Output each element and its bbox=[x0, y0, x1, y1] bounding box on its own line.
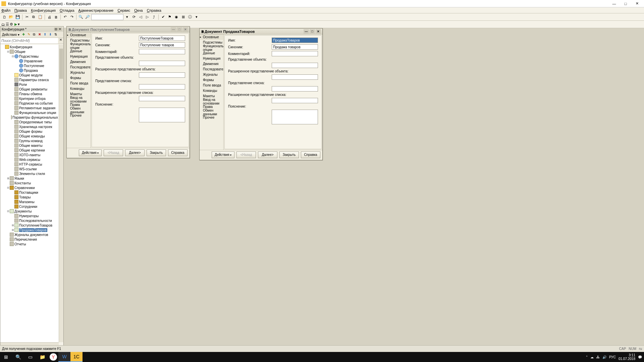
tree-node[interactable]: Нумераторы bbox=[0, 214, 59, 218]
tree-node[interactable]: Параметры функциональных опц bbox=[0, 115, 59, 120]
nav-item[interactable]: Формы bbox=[67, 75, 91, 81]
tree-node[interactable]: Группы команд bbox=[0, 138, 59, 143]
inner-maximize-icon[interactable]: □ bbox=[310, 29, 315, 34]
tree-close-icon[interactable]: ✕ bbox=[58, 27, 62, 31]
tree-node[interactable]: Элементы стиля bbox=[0, 171, 59, 176]
nav-item[interactable]: Ввод на основании bbox=[200, 99, 223, 104]
obj-repr-input[interactable] bbox=[139, 61, 185, 66]
tray-network-icon[interactable]: 🖧 bbox=[596, 355, 600, 359]
tree-node[interactable]: ⊟Документы bbox=[0, 209, 59, 214]
tree-node[interactable]: ⊟Общие bbox=[0, 49, 59, 54]
down-icon[interactable]: ⬇ bbox=[48, 33, 53, 37]
tree-node[interactable]: Регламентные задания bbox=[0, 106, 59, 110]
tree-node[interactable]: Общие реквизиты bbox=[0, 87, 59, 92]
obj-repr-input[interactable] bbox=[272, 63, 318, 68]
synonym-input[interactable] bbox=[272, 44, 318, 50]
next-button[interactable]: Далее> bbox=[258, 152, 277, 158]
tree-node[interactable]: Поступление bbox=[0, 63, 59, 68]
ext-list-repr-input[interactable] bbox=[139, 96, 185, 101]
add-icon[interactable]: ✚ bbox=[21, 33, 26, 37]
copy-icon[interactable]: ⧉ bbox=[31, 14, 37, 20]
sort-icon[interactable]: ⇅ bbox=[53, 33, 58, 37]
redo-icon[interactable]: ↷ bbox=[69, 14, 75, 20]
tree-node[interactable]: Сотрудники bbox=[0, 204, 59, 209]
tree-node[interactable]: Хранилища настроек bbox=[0, 124, 59, 129]
tray-notifications-icon[interactable]: 💬 bbox=[638, 355, 642, 359]
inner-close-icon[interactable]: ✕ bbox=[316, 29, 321, 34]
tray-chevron-icon[interactable]: ˄ bbox=[586, 355, 588, 359]
tree-node[interactable]: HTTP-сервисы bbox=[0, 162, 59, 167]
actions-button[interactable]: Действия bbox=[212, 152, 234, 158]
nav-item[interactable]: Формы bbox=[200, 77, 223, 83]
nav-item[interactable]: Обмен данными bbox=[67, 108, 91, 113]
save-icon[interactable]: 💾 bbox=[15, 14, 21, 20]
new-icon[interactable]: 🗋 bbox=[1, 14, 7, 20]
cut-icon[interactable]: ✂ bbox=[24, 14, 30, 20]
undo-icon[interactable]: ↶ bbox=[62, 14, 68, 20]
explain-input[interactable] bbox=[139, 108, 185, 122]
tree-node[interactable]: ⊟Подсистемы bbox=[0, 54, 59, 59]
zoom-icon[interactable]: 🔎 bbox=[85, 14, 91, 20]
tree-node[interactable]: Журналы документов bbox=[0, 232, 59, 237]
tree-node[interactable]: Товары bbox=[0, 195, 59, 199]
tree-node[interactable]: Определяемые типы bbox=[0, 120, 59, 124]
ext-obj-repr-input[interactable] bbox=[139, 72, 185, 78]
syntax-icon[interactable]: ✔ bbox=[160, 14, 166, 20]
print-icon[interactable]: 🖨 bbox=[46, 14, 52, 20]
tree-node[interactable]: Планы обмена bbox=[0, 92, 59, 96]
up-icon[interactable]: ⬆ bbox=[43, 33, 47, 37]
name-input[interactable] bbox=[272, 38, 318, 43]
inner-maximize-icon[interactable]: □ bbox=[177, 27, 182, 32]
nav-item[interactable]: Функциональные опции bbox=[67, 43, 91, 49]
menu-справка[interactable]: Справка bbox=[147, 8, 161, 12]
tree-node[interactable]: Магазины bbox=[0, 199, 59, 204]
tree-node[interactable]: Отчеты bbox=[0, 242, 59, 246]
tray-onedrive-icon[interactable]: ☁ bbox=[590, 355, 594, 359]
edit-icon[interactable]: ✎ bbox=[26, 33, 31, 37]
1c-icon[interactable]: 1C bbox=[70, 352, 83, 362]
synonym-input[interactable] bbox=[139, 42, 185, 48]
system-tray[interactable]: ˄ ☁ 🖧 🔊 РУС 3:11 01.07.2018 💬 bbox=[586, 353, 644, 361]
tree-node[interactable]: Константы bbox=[0, 181, 59, 185]
tree-node[interactable]: Параметры сеанса bbox=[0, 77, 59, 82]
tree-node[interactable]: Функциональные опции bbox=[0, 110, 59, 115]
tree-search-input[interactable] bbox=[0, 38, 58, 44]
tree-node[interactable]: ⊟Справочники bbox=[0, 185, 59, 190]
next-button[interactable]: Далее> bbox=[125, 149, 145, 156]
cfg-icon[interactable]: 🗂 bbox=[1, 22, 5, 26]
tray-volume-icon[interactable]: 🔊 bbox=[602, 355, 606, 359]
tree-node[interactable]: Общие формы bbox=[0, 129, 59, 134]
tree-node[interactable]: Управление bbox=[0, 59, 59, 63]
tree-node[interactable]: Конфигурация bbox=[0, 45, 59, 49]
tree-node[interactable]: Поставщики bbox=[0, 190, 59, 195]
preview-icon[interactable]: 🗎 bbox=[53, 14, 59, 20]
tray-clock[interactable]: 3:11 01.07.2018 bbox=[619, 353, 635, 361]
back-button[interactable]: <Назад bbox=[236, 152, 256, 158]
tray-ime[interactable]: РУС bbox=[609, 355, 616, 359]
nav-item[interactable]: Журналы bbox=[67, 70, 91, 75]
tree-node[interactable]: Роли bbox=[0, 82, 59, 87]
more-icon[interactable]: ▾ bbox=[194, 14, 200, 20]
tree-node[interactable]: Общие макеты bbox=[0, 143, 59, 148]
menu-конфигурация[interactable]: Конфигурация bbox=[31, 8, 56, 12]
nav-item[interactable]: Функциональные опции bbox=[200, 45, 223, 51]
menu-окна[interactable]: Окна bbox=[134, 8, 143, 12]
nav-item[interactable]: Последовательности bbox=[200, 67, 223, 72]
tree-node[interactable]: Продажа bbox=[0, 68, 59, 73]
comment-input[interactable] bbox=[272, 51, 318, 56]
menu-сервис[interactable]: Сервис bbox=[117, 8, 130, 12]
tree-node[interactable]: ⊞Языки bbox=[0, 176, 59, 181]
explorer-icon[interactable]: 📁 bbox=[36, 352, 48, 362]
tree-node[interactable]: XDTO-пакеты bbox=[0, 153, 59, 157]
tree-node[interactable]: Критерии отбора bbox=[0, 96, 59, 101]
nav-item[interactable]: Обмен данными bbox=[200, 110, 223, 115]
copy-icon[interactable]: ⧉ bbox=[32, 33, 37, 37]
list-repr-input[interactable] bbox=[272, 86, 318, 92]
start-button[interactable]: ⊞ bbox=[0, 352, 12, 362]
search-combo[interactable] bbox=[91, 14, 123, 20]
word-icon[interactable]: W bbox=[58, 352, 70, 362]
close-button[interactable]: ✕ bbox=[631, 1, 643, 6]
ext-obj-repr-input[interactable] bbox=[272, 74, 318, 80]
find-icon[interactable]: 🔍 bbox=[78, 14, 84, 20]
help-icon[interactable]: ⓘ bbox=[187, 14, 193, 20]
